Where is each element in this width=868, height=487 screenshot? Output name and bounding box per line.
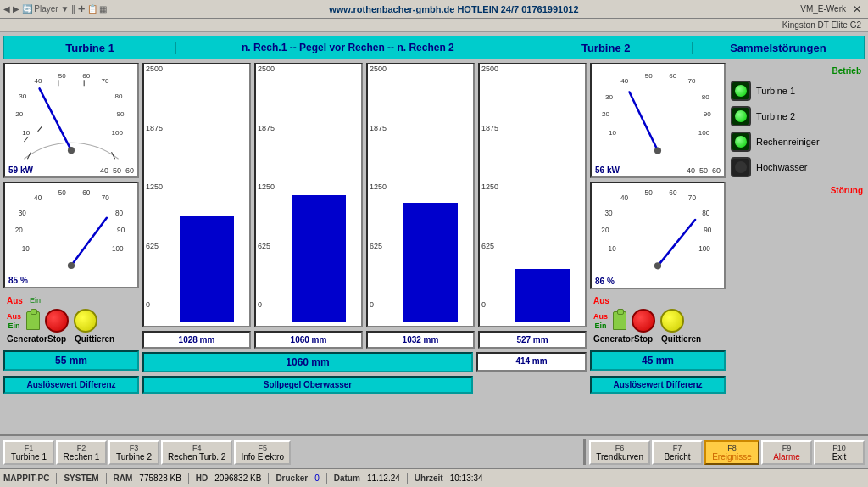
turbine1-gauge-kw: 10 20 30 40 50 60 70 80 90 100	[3, 63, 139, 178]
turbine2-aus-label: Aus	[593, 312, 608, 321]
rechen-bar2: 2500 1875 1250 625 0	[254, 63, 363, 327]
fn-key-2[interactable]: F2 Rechen 1	[56, 440, 107, 465]
turbine2-label: Auslösewert Differenz	[590, 376, 726, 394]
rechen-bar3-fill	[403, 203, 458, 322]
turbine2-pct-reading: 86 %	[595, 277, 615, 286]
content-row: 10 20 30 40 50 60 70 80 90 100	[3, 63, 865, 394]
rechen-bar3: 2500 1875 1250 625 0	[366, 63, 475, 327]
svg-text:50: 50	[58, 189, 67, 197]
turbine2-gauge-pct: 10 20 30 40 50 60 70 80 90 100 86 %	[590, 182, 726, 289]
header-middle: n. Rech.1 -- Pegel vor Rechen -- n. Rech…	[176, 42, 520, 53]
svg-text:40: 40	[620, 195, 629, 203]
svg-text:40: 40	[34, 194, 42, 202]
svg-text:60: 60	[669, 189, 677, 197]
stoer-stoerung: Störung	[731, 186, 863, 195]
stoer-label-rechenreiniger: Rechenreiniger	[756, 137, 820, 147]
svg-point-41	[654, 147, 661, 154]
rechen-extra-empty	[476, 375, 587, 394]
rechen-gauges: 2500 1875 1250 625 0 2500 1875	[142, 63, 587, 327]
svg-text:40: 40	[620, 77, 629, 85]
svg-text:80: 80	[115, 92, 123, 100]
svg-text:10: 10	[609, 245, 617, 253]
turbine2-quit-button[interactable]	[660, 309, 684, 333]
status-ram-label: RAM	[114, 473, 133, 483]
turbine1-quit-button[interactable]	[74, 309, 97, 333]
header-turbine2: Turbine 2	[520, 42, 693, 54]
turbine1-controls: Aus Ein Aus Ein Generator Stop Qui	[3, 292, 139, 345]
fn-key-3[interactable]: F3 Turbine 2	[108, 440, 159, 465]
status-div2	[106, 473, 107, 484]
rechen-bar2-fill	[292, 195, 346, 322]
fn-divider	[583, 439, 586, 465]
turbine2-mm-value: 45 mm	[590, 350, 726, 371]
fn-key-4[interactable]: F4 Rechen Turb. 2	[161, 440, 232, 465]
svg-text:40: 40	[35, 77, 42, 85]
status-datum-value: 11.12.24	[367, 473, 400, 483]
status-hd-label: HD	[196, 473, 208, 483]
turbine1-aus-label: Aus	[7, 312, 21, 321]
turbine2-quit-label: Quittieren	[661, 334, 701, 344]
svg-text:10: 10	[22, 129, 30, 137]
svg-text:20: 20	[15, 227, 24, 234]
svg-text:10: 10	[22, 244, 31, 252]
turbine1-quit-label: Quittieren	[75, 334, 114, 344]
rechen-val2: 1060 mm	[254, 331, 363, 349]
rechen-bar1: 2500 1875 1250 625 0	[142, 63, 251, 327]
fn-key-1[interactable]: F1 Turbine 1	[3, 440, 54, 465]
svg-text:100: 100	[112, 129, 124, 137]
svg-text:50: 50	[645, 189, 654, 197]
stoer-item-rechenreiniger: Rechenreiniger	[731, 132, 863, 152]
status-system: SYSTEM	[64, 473, 98, 483]
svg-text:100: 100	[698, 245, 710, 253]
rechen-values-row: 1028 mm 1060 mm 1032 mm 527 mm	[142, 331, 587, 349]
stoer-item-hochwasser: Hochwasser	[731, 157, 863, 177]
status-div1	[56, 473, 57, 484]
status-pc: MAPPIT-PC	[3, 473, 49, 483]
turbine2-aus: Aus	[593, 296, 609, 305]
status-hd-value: 2096832 KB	[214, 473, 261, 483]
turbine2-stop-label: Stop	[634, 334, 658, 344]
fn-key-8[interactable]: F8 Ereignisse	[704, 440, 760, 465]
rechen-val4: 527 mm	[478, 331, 587, 349]
turbine2-stop-button[interactable]	[632, 309, 655, 333]
sollpegel-label: Sollpegel Oberwasser	[142, 376, 473, 394]
svg-text:90: 90	[117, 110, 125, 118]
stoer-header: Betrieb	[731, 66, 863, 76]
svg-text:70: 70	[688, 77, 697, 85]
svg-text:80: 80	[115, 209, 124, 216]
svg-text:50: 50	[58, 72, 66, 80]
fn-key-7[interactable]: F7 Bericht	[652, 440, 703, 465]
fn-key-10[interactable]: F10 Exit	[814, 440, 865, 465]
status-div4	[268, 473, 269, 484]
turbine1-bottle	[26, 311, 40, 330]
stoer-label-turbine2: Turbine 2	[756, 111, 795, 121]
svg-line-10	[40, 88, 71, 150]
vm-label: VM_E-Werk	[800, 4, 849, 14]
rechen-bar1-fill	[180, 216, 234, 322]
svg-point-11	[68, 147, 75, 154]
fn-key-5[interactable]: F5 Info Elektro	[234, 440, 291, 465]
svg-line-17	[112, 152, 115, 159]
stoer-label-hochwasser: Hochwasser	[756, 162, 808, 172]
rechen-bar4-fill	[515, 269, 570, 322]
turbine1-kw-reading: 59 kW	[8, 165, 33, 175]
status-datum-label: Datum	[334, 473, 360, 483]
svg-text:60: 60	[82, 72, 90, 80]
stoer-label-turbine1: Turbine 1	[756, 86, 795, 96]
svg-text:50: 50	[645, 72, 654, 80]
stoer-item-turbine2: Turbine 2	[731, 106, 863, 126]
svg-text:30: 30	[605, 93, 614, 101]
svg-text:20: 20	[601, 227, 609, 234]
turbine1-label: Auslösewert Differenz	[3, 376, 139, 394]
fn-key-6[interactable]: F6 Trendkurven	[589, 440, 650, 465]
fn-key-9[interactable]: F9 Alarme	[761, 440, 812, 465]
turbine1-gen-label: Generator	[7, 334, 37, 344]
turbine1-ein-label: Ein	[8, 322, 20, 330]
turbine2-gen-label: Generator	[593, 334, 624, 344]
turbine2-panel: 10 20 30 40 50 60 70 80 90 100 56 kW 40 …	[590, 63, 726, 394]
svg-text:100: 100	[698, 129, 710, 137]
stoer-light-turbine1	[731, 81, 751, 101]
turbine1-stop-button[interactable]	[45, 309, 69, 333]
turbine1-mm-value: 55 mm	[3, 350, 139, 371]
rechen-val1: 1028 mm	[142, 331, 251, 349]
